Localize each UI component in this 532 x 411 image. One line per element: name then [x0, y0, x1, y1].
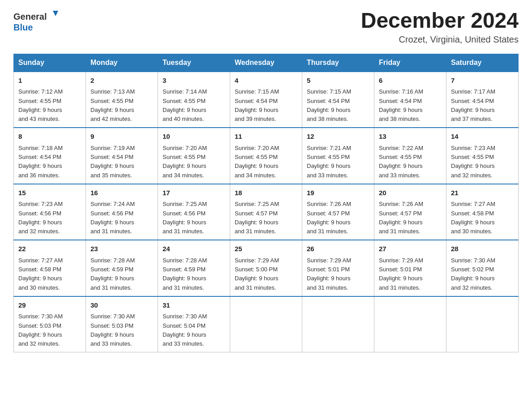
day-number: 2 [90, 76, 153, 86]
calendar-cell: 22 Sunrise: 7:27 AMSunset: 4:58 PMDaylig… [14, 240, 86, 296]
calendar-cell [374, 296, 446, 352]
calendar-week-row: 22 Sunrise: 7:27 AMSunset: 4:58 PMDaylig… [14, 240, 519, 296]
calendar-cell: 29 Sunrise: 7:30 AMSunset: 5:03 PMDaylig… [14, 296, 86, 352]
day-info: Sunrise: 7:25 AMSunset: 4:57 PMDaylight:… [235, 201, 279, 235]
header-day-friday: Friday [374, 54, 446, 72]
day-info: Sunrise: 7:29 AMSunset: 5:01 PMDaylight:… [307, 257, 351, 291]
day-info: Sunrise: 7:13 AMSunset: 4:55 PMDaylight:… [90, 88, 135, 122]
day-info: Sunrise: 7:27 AMSunset: 4:58 PMDaylight:… [451, 201, 495, 235]
calendar-cell: 8 Sunrise: 7:18 AMSunset: 4:54 PMDayligh… [14, 128, 86, 184]
calendar-cell [230, 296, 302, 352]
day-info: Sunrise: 7:22 AMSunset: 4:55 PMDaylight:… [379, 145, 423, 179]
calendar-cell: 12 Sunrise: 7:21 AMSunset: 4:55 PMDaylig… [302, 128, 374, 184]
day-info: Sunrise: 7:18 AMSunset: 4:54 PMDaylight:… [18, 145, 63, 179]
logo: General Blue [13, 9, 63, 34]
calendar-body: 1 Sunrise: 7:12 AMSunset: 4:55 PMDayligh… [14, 72, 519, 352]
day-info: Sunrise: 7:17 AMSunset: 4:54 PMDaylight:… [451, 88, 495, 122]
calendar-cell: 31 Sunrise: 7:30 AMSunset: 5:04 PMDaylig… [158, 296, 230, 352]
logo-svg: General Blue [13, 9, 63, 34]
day-info: Sunrise: 7:28 AMSunset: 4:59 PMDaylight:… [90, 257, 135, 291]
day-info: Sunrise: 7:20 AMSunset: 4:55 PMDaylight:… [235, 145, 279, 179]
day-info: Sunrise: 7:30 AMSunset: 5:04 PMDaylight:… [163, 313, 207, 347]
calendar-cell [302, 296, 374, 352]
day-number: 27 [379, 244, 442, 254]
calendar-cell: 24 Sunrise: 7:28 AMSunset: 4:59 PMDaylig… [158, 240, 230, 296]
header-day-wednesday: Wednesday [230, 54, 302, 72]
day-number: 14 [451, 132, 514, 142]
title-section: December 2024 Crozet, Virginia, United S… [361, 9, 519, 45]
header-day-tuesday: Tuesday [158, 54, 230, 72]
day-info: Sunrise: 7:29 AMSunset: 5:00 PMDaylight:… [235, 257, 279, 291]
day-info: Sunrise: 7:25 AMSunset: 4:56 PMDaylight:… [163, 201, 207, 235]
day-number: 19 [307, 188, 369, 198]
calendar-cell: 20 Sunrise: 7:26 AMSunset: 4:57 PMDaylig… [374, 184, 446, 240]
calendar-week-row: 8 Sunrise: 7:18 AMSunset: 4:54 PMDayligh… [14, 128, 519, 184]
calendar-cell: 27 Sunrise: 7:29 AMSunset: 5:01 PMDaylig… [374, 240, 446, 296]
calendar-cell [446, 296, 519, 352]
calendar-cell: 19 Sunrise: 7:26 AMSunset: 4:57 PMDaylig… [302, 184, 374, 240]
day-number: 11 [235, 132, 297, 142]
day-info: Sunrise: 7:21 AMSunset: 4:55 PMDaylight:… [307, 145, 351, 179]
calendar-header: SundayMondayTuesdayWednesdayThursdayFrid… [14, 54, 519, 72]
calendar-cell: 5 Sunrise: 7:15 AMSunset: 4:54 PMDayligh… [302, 72, 374, 128]
calendar-cell: 16 Sunrise: 7:24 AMSunset: 4:56 PMDaylig… [86, 184, 158, 240]
day-number: 6 [379, 76, 442, 86]
header-day-saturday: Saturday [446, 54, 519, 72]
svg-text:Blue: Blue [13, 22, 33, 32]
day-number: 24 [163, 244, 225, 254]
calendar-cell: 15 Sunrise: 7:23 AMSunset: 4:56 PMDaylig… [14, 184, 86, 240]
day-number: 20 [379, 188, 442, 198]
day-number: 10 [163, 132, 225, 142]
day-info: Sunrise: 7:15 AMSunset: 4:54 PMDaylight:… [235, 88, 279, 122]
day-number: 23 [90, 244, 153, 254]
day-info: Sunrise: 7:12 AMSunset: 4:55 PMDaylight:… [18, 88, 63, 122]
day-info: Sunrise: 7:29 AMSunset: 5:01 PMDaylight:… [379, 257, 423, 291]
day-number: 15 [18, 188, 81, 198]
page-header: General Blue December 2024 Crozet, Virgi… [13, 9, 519, 45]
day-info: Sunrise: 7:24 AMSunset: 4:56 PMDaylight:… [90, 201, 135, 235]
calendar-cell: 21 Sunrise: 7:27 AMSunset: 4:58 PMDaylig… [446, 184, 519, 240]
calendar-cell: 18 Sunrise: 7:25 AMSunset: 4:57 PMDaylig… [230, 184, 302, 240]
day-number: 3 [163, 76, 225, 86]
day-number: 16 [90, 188, 153, 198]
calendar-week-row: 1 Sunrise: 7:12 AMSunset: 4:55 PMDayligh… [14, 72, 519, 128]
day-number: 21 [451, 188, 514, 198]
calendar-cell: 26 Sunrise: 7:29 AMSunset: 5:01 PMDaylig… [302, 240, 374, 296]
day-number: 13 [379, 132, 442, 142]
day-info: Sunrise: 7:14 AMSunset: 4:55 PMDaylight:… [163, 88, 207, 122]
day-info: Sunrise: 7:16 AMSunset: 4:54 PMDaylight:… [379, 88, 423, 122]
month-year-title: December 2024 [361, 9, 519, 33]
calendar-cell: 17 Sunrise: 7:25 AMSunset: 4:56 PMDaylig… [158, 184, 230, 240]
calendar-cell: 4 Sunrise: 7:15 AMSunset: 4:54 PMDayligh… [230, 72, 302, 128]
day-info: Sunrise: 7:26 AMSunset: 4:57 PMDaylight:… [379, 201, 423, 235]
day-number: 4 [235, 76, 297, 86]
calendar-cell: 6 Sunrise: 7:16 AMSunset: 4:54 PMDayligh… [374, 72, 446, 128]
location-subtitle: Crozet, Virginia, United States [361, 34, 519, 45]
day-info: Sunrise: 7:19 AMSunset: 4:54 PMDaylight:… [90, 145, 135, 179]
day-number: 28 [451, 244, 514, 254]
day-info: Sunrise: 7:23 AMSunset: 4:55 PMDaylight:… [451, 145, 495, 179]
day-number: 22 [18, 244, 81, 254]
day-number: 30 [90, 300, 153, 311]
day-number: 25 [235, 244, 297, 254]
day-number: 17 [163, 188, 225, 198]
day-info: Sunrise: 7:28 AMSunset: 4:59 PMDaylight:… [163, 257, 207, 291]
calendar-cell: 1 Sunrise: 7:12 AMSunset: 4:55 PMDayligh… [14, 72, 86, 128]
header-row: SundayMondayTuesdayWednesdayThursdayFrid… [14, 54, 519, 72]
day-number: 9 [90, 132, 153, 142]
day-number: 12 [307, 132, 369, 142]
calendar-cell: 23 Sunrise: 7:28 AMSunset: 4:59 PMDaylig… [86, 240, 158, 296]
calendar-cell: 28 Sunrise: 7:30 AMSunset: 5:02 PMDaylig… [446, 240, 519, 296]
day-number: 31 [163, 300, 225, 311]
calendar-cell: 2 Sunrise: 7:13 AMSunset: 4:55 PMDayligh… [86, 72, 158, 128]
day-info: Sunrise: 7:26 AMSunset: 4:57 PMDaylight:… [307, 201, 351, 235]
calendar-table: SundayMondayTuesdayWednesdayThursdayFrid… [13, 54, 519, 353]
day-info: Sunrise: 7:23 AMSunset: 4:56 PMDaylight:… [18, 201, 63, 235]
calendar-week-row: 29 Sunrise: 7:30 AMSunset: 5:03 PMDaylig… [14, 296, 519, 352]
day-info: Sunrise: 7:30 AMSunset: 5:03 PMDaylight:… [18, 313, 63, 347]
day-number: 29 [18, 300, 81, 311]
day-number: 7 [451, 76, 514, 86]
day-number: 1 [18, 76, 81, 86]
calendar-cell: 14 Sunrise: 7:23 AMSunset: 4:55 PMDaylig… [446, 128, 519, 184]
svg-marker-1 [53, 11, 58, 16]
